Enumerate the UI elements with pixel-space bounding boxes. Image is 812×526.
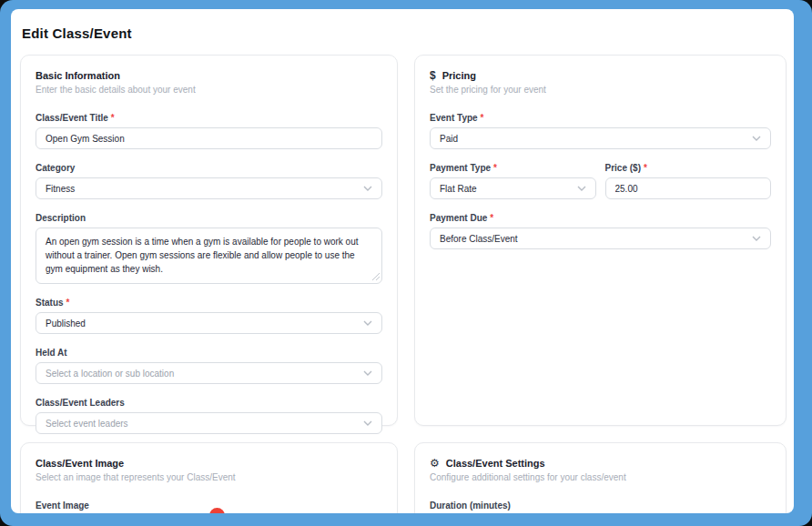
class-event-title-input[interactable] — [36, 127, 382, 149]
held-at-select[interactable]: Select a location or sub location — [36, 362, 382, 384]
pricing-heading: $ Pricing — [430, 70, 771, 81]
required-asterisk: * — [66, 298, 70, 308]
category-field-group: Category Fitness — [36, 163, 382, 199]
status-select[interactable]: Published — [36, 312, 382, 334]
basic-information-subtitle: Enter the basic details about your event — [36, 85, 382, 95]
description-textarea[interactable]: An open gym session is a time when a gym… — [36, 228, 382, 284]
class-event-image-heading: Class/Event Image — [36, 458, 382, 469]
class-event-title-field-group: Class/Event Title* — [36, 113, 382, 149]
event-type-select[interactable]: Paid — [430, 127, 771, 149]
basic-information-heading: Basic Information — [36, 70, 382, 81]
required-asterisk: * — [490, 213, 493, 223]
required-asterisk: * — [481, 113, 484, 123]
chevron-down-icon — [752, 236, 761, 241]
description-label: Description — [36, 213, 382, 223]
status-label: Status* — [36, 298, 382, 308]
edit-class-event-page: Edit Class/Event Basic Information Enter… — [11, 9, 794, 513]
resize-handle-icon[interactable] — [372, 273, 380, 280]
class-event-image-subtitle: Select an image that represents your Cla… — [36, 472, 382, 482]
category-select[interactable]: Fitness — [36, 177, 382, 199]
payment-due-field-group: Payment Due* Before Class/Event — [430, 213, 771, 249]
chevron-down-icon — [363, 420, 372, 426]
description-field-group: Description An open gym session is a tim… — [36, 213, 382, 284]
status-field-group: Status* Published — [36, 298, 382, 334]
dollar-icon: $ — [430, 70, 436, 81]
price-field-group: Price ($)* — [605, 163, 772, 199]
held-at-field-group: Held At Select a location or sub locatio… — [36, 348, 382, 384]
required-asterisk: * — [111, 113, 115, 123]
required-asterisk: * — [644, 163, 647, 173]
chevron-down-icon — [363, 370, 372, 376]
category-label: Category — [36, 163, 382, 173]
event-image-label: Event Image — [36, 501, 382, 511]
basic-information-card: Basic Information Enter the basic detail… — [20, 55, 398, 426]
class-event-image-card: Class/Event Image Select an image that r… — [20, 442, 398, 513]
payment-due-select[interactable]: Before Class/Event — [430, 228, 771, 249]
class-event-settings-card: ⚙ Class/Event Settings Configure additio… — [414, 442, 787, 513]
page-title: Edit Class/Event — [22, 25, 794, 41]
class-event-settings-subtitle: Configure additional settings for your c… — [430, 472, 771, 482]
event-type-field-group: Event Type* Paid — [430, 113, 771, 149]
price-input[interactable] — [605, 177, 772, 199]
pricing-subtitle: Set the pricing for your event — [430, 85, 771, 95]
price-label: Price ($)* — [605, 163, 772, 173]
chevron-down-icon — [577, 186, 586, 191]
class-event-settings-heading: ⚙ Class/Event Settings — [430, 458, 771, 469]
chevron-down-icon — [752, 136, 761, 141]
pricing-card: $ Pricing Set the pricing for your event… — [414, 55, 787, 426]
gear-icon: ⚙ — [430, 458, 440, 469]
leaders-label: Class/Event Leaders — [36, 398, 382, 408]
cards-grid: Basic Information Enter the basic detail… — [11, 55, 794, 513]
payment-due-label: Payment Due* — [430, 213, 771, 223]
payment-type-label: Payment Type* — [430, 163, 596, 173]
class-event-title-label: Class/Event Title* — [36, 113, 382, 123]
leaders-select[interactable]: Select event leaders — [36, 412, 382, 434]
chevron-down-icon — [363, 320, 372, 326]
app-window: Edit Class/Event Basic Information Enter… — [0, 0, 812, 526]
payment-type-field-group: Payment Type* Flat Rate — [430, 163, 596, 199]
required-asterisk: * — [493, 163, 497, 173]
leaders-field-group: Class/Event Leaders Select event leaders — [36, 398, 382, 434]
event-type-label: Event Type* — [430, 113, 771, 123]
held-at-label: Held At — [36, 348, 382, 358]
payment-type-select[interactable]: Flat Rate — [430, 177, 596, 199]
chevron-down-icon — [363, 186, 372, 191]
payment-row: Payment Type* Flat Rate Price ($)* — [430, 163, 771, 213]
duration-label: Duration (minutes) — [430, 501, 771, 511]
